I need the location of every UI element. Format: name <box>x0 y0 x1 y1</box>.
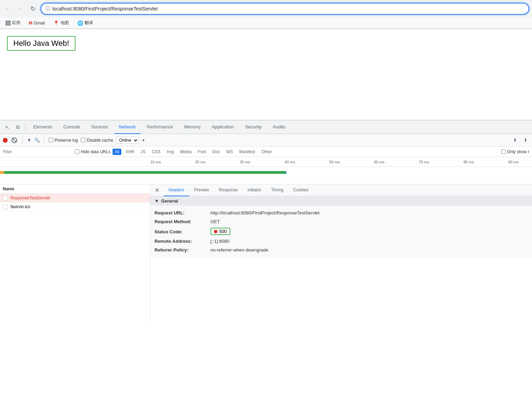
address-bar: ⓘ localhost:8080/FirstProject/ResponseTe… <box>41 3 529 15</box>
translate-icon: 🌐 <box>77 20 83 26</box>
forward-button[interactable]: → <box>15 4 25 14</box>
name-panel: Name ResponseTestServlet favicon.ico <box>0 184 150 323</box>
general-row-method: Request Method: GET <box>154 217 528 226</box>
tick-70ms: 70 ms <box>419 160 429 164</box>
cursor-icon <box>5 125 9 130</box>
download-button[interactable] <box>522 136 529 144</box>
reload-button[interactable]: ↻ <box>28 4 38 14</box>
filter-type-js[interactable]: JS <box>138 149 148 155</box>
page-content: Hello Java Web! <box>0 29 532 120</box>
record-button[interactable] <box>3 138 8 143</box>
gmail-icon: M <box>29 20 33 26</box>
general-row-referrer: Referrer Policy: no-referrer-when-downgr… <box>154 246 528 254</box>
online-select[interactable]: Online <box>116 137 139 144</box>
filter-bar: Hide data URLs All XHR JS CSS Img Media … <box>0 147 532 157</box>
hide-data-checkbox[interactable] <box>75 149 79 154</box>
timeline-name-col <box>0 158 150 165</box>
no-circle-icon <box>12 137 17 143</box>
tab-network[interactable]: Network <box>114 121 141 134</box>
filter-type-font[interactable]: Font <box>196 149 208 155</box>
hide-data-label[interactable]: Hide data URLs <box>75 149 110 154</box>
detail-tab-cookies[interactable]: Cookies <box>288 184 313 196</box>
disable-cache-checkbox[interactable] <box>81 138 85 142</box>
tick-20ms: 20 ms <box>195 160 206 164</box>
tab-application[interactable]: Application <box>207 121 239 134</box>
list-item-servlet[interactable]: ResponseTestServlet <box>0 194 150 203</box>
status-code-label: Status Code: <box>154 229 210 234</box>
general-header[interactable]: ▼ General <box>150 196 532 206</box>
detail-tab-preview[interactable]: Preview <box>189 184 214 196</box>
url-text[interactable]: localhost:8080/FirstProject/ResponseTest… <box>52 6 524 12</box>
preserve-log-checkbox[interactable] <box>49 138 53 142</box>
filter-type-all[interactable]: All <box>113 149 121 155</box>
tab-security[interactable]: Security <box>240 121 266 134</box>
tick-60ms: 60 ms <box>374 160 384 164</box>
only-show-checkbox[interactable] <box>501 149 506 154</box>
detail-panel: ✕ Headers Preview Response Initiator Tim… <box>150 184 532 323</box>
tab-audits[interactable]: Audits <box>268 121 290 134</box>
maps-icon: 📍 <box>53 20 59 26</box>
element-picker-button[interactable] <box>3 123 12 132</box>
timeline-ticks: 10 ms 20 ms 30 ms 40 ms 50 ms 60 ms 70 m… <box>150 158 532 165</box>
tick-30ms: 30 ms <box>240 160 250 164</box>
detail-tab-timing[interactable]: Timing <box>266 184 288 196</box>
filter-type-manifest[interactable]: Manifest <box>237 149 257 155</box>
general-body: Request URL: http://localhost:8080/First… <box>150 206 532 257</box>
clear-button[interactable] <box>10 136 18 144</box>
back-button[interactable]: ← <box>3 4 13 14</box>
device-mode-button[interactable] <box>13 123 22 132</box>
bookmarks-bar: 应用 M Gmail 📍 地图 🌐 翻译 <box>0 17 532 29</box>
filter-type-css[interactable]: CSS <box>150 149 163 155</box>
hide-data-text: Hide data URLs <box>81 149 110 154</box>
general-section: ▼ General Request URL: http://localhost:… <box>150 196 532 257</box>
detail-tab-response[interactable]: Response <box>214 184 243 196</box>
filter-type-media[interactable]: Media <box>178 149 194 155</box>
bookmark-translate-label: 翻译 <box>85 20 93 26</box>
general-header-text: General <box>161 198 178 204</box>
request-method-label: Request Method: <box>154 219 210 224</box>
filter-type-ws[interactable]: WS <box>224 149 235 155</box>
tab-console[interactable]: Console <box>58 121 85 134</box>
search-button[interactable]: 🔍 <box>34 137 40 143</box>
tick-40ms: 40 ms <box>285 160 295 164</box>
bookmark-apps[interactable]: 应用 <box>3 19 23 27</box>
tick-50ms: 50 ms <box>329 160 340 164</box>
request-method-value: GET <box>210 219 220 224</box>
name-column-header: Name <box>0 184 150 194</box>
apps-grid-icon <box>6 21 10 26</box>
status-badge: 500 <box>210 228 230 235</box>
filter-type-other[interactable]: Other <box>259 149 274 155</box>
remote-address-value: [::1]:8080 <box>210 239 229 244</box>
bookmark-maps[interactable]: 📍 地图 <box>50 19 72 27</box>
bar-segment-green <box>4 171 286 174</box>
tab-divider <box>25 124 26 131</box>
preserve-log-label[interactable]: Preserve log <box>49 138 78 143</box>
status-code-value: 500 <box>219 229 227 234</box>
close-detail-button[interactable]: ✕ <box>153 186 161 194</box>
tab-elements[interactable]: Elements <box>28 121 57 134</box>
dropdown-arrow: ▼ <box>142 138 145 142</box>
filter-input[interactable] <box>3 149 73 154</box>
filter-button[interactable]: ▼ <box>27 137 31 143</box>
referrer-policy-value: no-referrer-when-downgrade <box>210 247 268 253</box>
bookmark-translate[interactable]: 🌐 翻译 <box>74 19 96 27</box>
list-item-favicon[interactable]: favicon.ico <box>0 203 150 211</box>
tab-memory[interactable]: Memory <box>179 121 206 134</box>
detail-tab-initiator[interactable]: Initiator <box>243 184 266 196</box>
tick-10ms: 10 ms <box>150 160 161 164</box>
disable-cache-label[interactable]: Disable cache <box>81 138 113 143</box>
devtools-panel: Elements Console Sources Network Perform… <box>0 120 532 323</box>
detail-tabbar: ✕ Headers Preview Response Initiator Tim… <box>150 184 532 196</box>
request-url-value: http://localhost:8080/FirstProject/Respo… <box>210 210 319 215</box>
upload-button[interactable] <box>511 136 519 144</box>
filter-type-img[interactable]: Img <box>165 149 176 155</box>
request-url-label: Request URL: <box>154 210 210 215</box>
detail-tab-headers[interactable]: Headers <box>164 184 189 196</box>
tab-performance[interactable]: Performance <box>142 121 178 134</box>
info-icon: ⓘ <box>45 6 50 12</box>
tab-sources[interactable]: Sources <box>86 121 113 134</box>
filter-type-doc[interactable]: Doc <box>210 149 222 155</box>
bookmark-gmail[interactable]: M Gmail <box>26 20 48 26</box>
layers-icon <box>16 124 20 130</box>
filter-type-xhr[interactable]: XHR <box>123 149 136 155</box>
